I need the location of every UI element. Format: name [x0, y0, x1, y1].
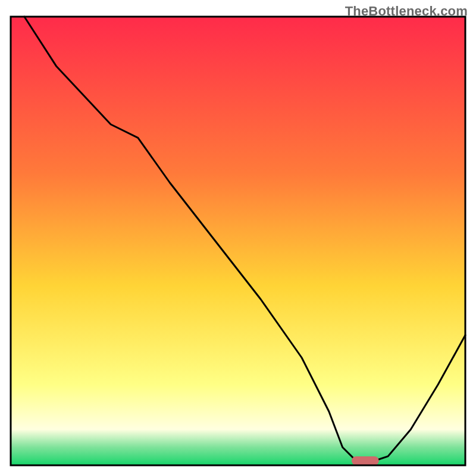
optimal-marker [352, 456, 379, 465]
chart-stage: TheBottleneck.com [0, 0, 476, 476]
bottleneck-chart [0, 0, 476, 476]
gradient-background [11, 17, 465, 465]
